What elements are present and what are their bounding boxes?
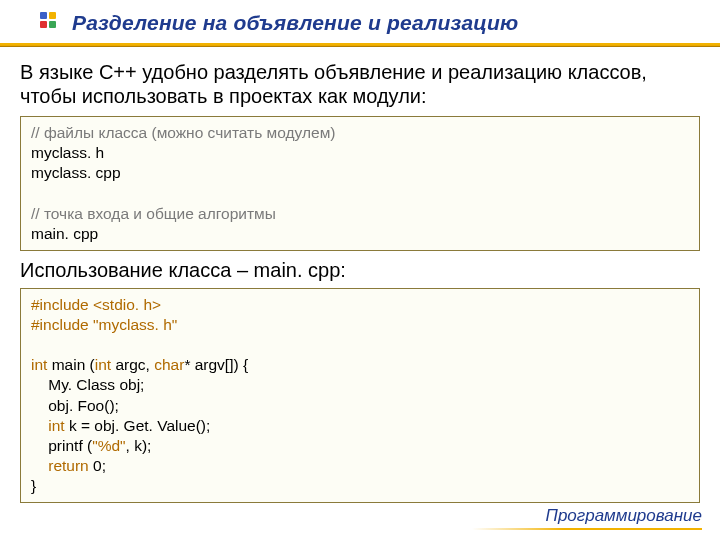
code-line: myclass. cpp [31, 164, 121, 181]
svg-rect-2 [40, 21, 47, 28]
footer-divider [472, 528, 702, 530]
code-text: argc, [115, 356, 154, 373]
subtitle: Использование класса – main. cpp: [20, 259, 700, 282]
code-line: myclass. h [31, 144, 104, 161]
code-box-files: // файлы класса (можно считать модулем) … [20, 116, 700, 251]
code-keyword: int [31, 417, 69, 434]
code-preproc: #include "myclass. h" [31, 316, 177, 333]
intro-paragraph: В языке С++ удобно разделять объявление … [20, 60, 700, 108]
code-text: , k); [126, 437, 152, 454]
code-preproc: #include <stdio. h> [31, 296, 161, 313]
code-line: } [31, 477, 36, 494]
code-line: obj. Foo(); [31, 397, 119, 414]
code-text: k = obj. Get. Value(); [69, 417, 210, 434]
logo-icon [38, 10, 64, 36]
code-keyword: int [31, 356, 52, 373]
code-keyword: return [31, 457, 93, 474]
footer-text: Программирование [472, 506, 702, 526]
slide: Разделение на объявление и реализацию В … [0, 0, 720, 540]
code-line: My. Class obj; [31, 376, 144, 393]
svg-rect-1 [49, 12, 56, 19]
code-keyword: int [95, 356, 116, 373]
code-line: main. cpp [31, 225, 98, 242]
code-text: * argv[]) { [184, 356, 248, 373]
code-text: main ( [52, 356, 95, 373]
slide-body: В языке С++ удобно разделять объявление … [0, 46, 720, 503]
svg-rect-3 [49, 21, 56, 28]
code-keyword: char [154, 356, 184, 373]
code-text: 0; [93, 457, 106, 474]
svg-rect-0 [40, 12, 47, 19]
header-divider [0, 43, 720, 46]
code-comment: // файлы класса (можно считать модулем) [31, 124, 335, 141]
footer: Программирование [472, 506, 702, 530]
code-string: "%d" [92, 437, 125, 454]
code-text: printf ( [31, 437, 92, 454]
code-box-main: #include <stdio. h> #include "myclass. h… [20, 288, 700, 503]
slide-title: Разделение на объявление и реализацию [72, 11, 518, 35]
header: Разделение на объявление и реализацию [0, 0, 720, 46]
code-comment: // точка входа и общие алгоритмы [31, 205, 276, 222]
